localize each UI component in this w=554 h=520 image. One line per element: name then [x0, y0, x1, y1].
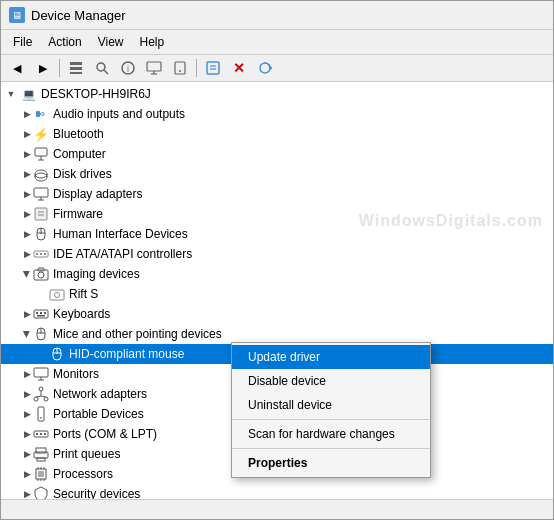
- processors-icon: [33, 466, 49, 482]
- hid-mouse-icon: [49, 346, 65, 362]
- menu-action[interactable]: Action: [40, 32, 89, 52]
- portable-arrow: ▶: [21, 408, 33, 420]
- rifts-arrow: [37, 288, 49, 300]
- toolbar-separator-2: [196, 59, 197, 77]
- svg-rect-44: [36, 312, 38, 314]
- ctx-update-driver[interactable]: Update driver: [232, 345, 430, 369]
- display-arrow: ▶: [21, 188, 33, 200]
- svg-rect-37: [44, 253, 46, 255]
- svg-rect-71: [37, 458, 45, 461]
- tree-item-keyboards[interactable]: ▶ Keyboards: [1, 304, 553, 324]
- security-icon: [33, 486, 49, 499]
- ctx-properties[interactable]: Properties: [232, 451, 430, 475]
- security-arrow: ▶: [21, 488, 33, 499]
- tree-item-root[interactable]: ▼ 💻 DESKTOP-HH9IR6J: [1, 84, 553, 104]
- bluetooth-icon: ⚡: [33, 126, 49, 142]
- svg-line-61: [36, 396, 41, 397]
- svg-rect-0: [70, 62, 82, 65]
- svg-rect-63: [38, 407, 44, 421]
- disk-label: Disk drives: [53, 167, 112, 181]
- svg-point-42: [55, 293, 60, 298]
- device-button[interactable]: [168, 57, 192, 79]
- disk-arrow: ▶: [21, 168, 33, 180]
- tree-item-imaging[interactable]: ▶ Imaging devices: [1, 264, 553, 284]
- device-manager-window: 🖥 Device Manager File Action View Help ◀…: [0, 0, 554, 520]
- firmware-arrow: ▶: [21, 208, 33, 220]
- hid-mouse-arrow: [37, 348, 49, 360]
- ctx-disable-device[interactable]: Disable device: [232, 369, 430, 393]
- root-label: DESKTOP-HH9IR6J: [41, 87, 151, 101]
- tree-item-hid[interactable]: ▶ Human Interface Devices: [1, 224, 553, 244]
- print-arrow: ▶: [21, 448, 33, 460]
- root-arrow: ▼: [5, 88, 17, 100]
- ports-label: Ports (COM & LPT): [53, 427, 157, 441]
- svg-rect-54: [34, 368, 48, 377]
- ctx-uninstall-device[interactable]: Uninstall device: [232, 393, 430, 417]
- rifts-icon: [49, 286, 65, 302]
- tree-item-rifts[interactable]: Rift S: [1, 284, 553, 304]
- network-arrow: ▶: [21, 388, 33, 400]
- svg-point-39: [38, 272, 44, 278]
- tree-item-mice[interactable]: ▶ Mice and other pointing devices: [1, 324, 553, 344]
- portable-label: Portable Devices: [53, 407, 144, 421]
- root-icon: 💻: [21, 86, 37, 102]
- svg-point-3: [97, 63, 105, 71]
- svg-rect-36: [40, 253, 42, 255]
- keyboards-label: Keyboards: [53, 307, 110, 321]
- ctx-scan-hardware[interactable]: Scan for hardware changes: [232, 422, 430, 446]
- forward-button[interactable]: ▶: [31, 57, 55, 79]
- svg-line-62: [41, 396, 46, 397]
- ide-icon: [33, 246, 49, 262]
- monitors-arrow: ▶: [21, 368, 33, 380]
- svg-rect-17: [36, 111, 40, 117]
- info-button[interactable]: i: [116, 57, 140, 79]
- menu-help[interactable]: Help: [132, 32, 173, 52]
- hid-mouse-label: HID-compliant mouse: [69, 347, 184, 361]
- scan-button[interactable]: [253, 57, 277, 79]
- rifts-label: Rift S: [69, 287, 98, 301]
- svg-rect-12: [207, 62, 219, 74]
- print-label: Print queues: [53, 447, 120, 461]
- tree-item-audio[interactable]: ▶ Audio inputs and outputs: [1, 104, 553, 124]
- hid-label: Human Interface Devices: [53, 227, 188, 241]
- keyboards-icon: [33, 306, 49, 322]
- tree-item-disk[interactable]: ▶ Disk drives: [1, 164, 553, 184]
- display-icon: [33, 186, 49, 202]
- view-list-button[interactable]: [64, 57, 88, 79]
- ctx-separator-2: [232, 448, 430, 449]
- hid-icon: [33, 226, 49, 242]
- svg-point-59: [44, 397, 48, 401]
- tree-item-firmware[interactable]: ▶ Firmware: [1, 204, 553, 224]
- menu-file[interactable]: File: [5, 32, 40, 52]
- tree-item-display[interactable]: ▶ Display adapters: [1, 184, 553, 204]
- ports-arrow: ▶: [21, 428, 33, 440]
- disk-icon: [33, 166, 49, 182]
- title-bar: 🖥 Device Manager: [1, 1, 553, 30]
- network-icon: [33, 386, 49, 402]
- tree-item-computer[interactable]: ▶ Computer: [1, 144, 553, 164]
- svg-rect-1: [70, 67, 82, 70]
- tree-item-bluetooth[interactable]: ▶ ⚡ Bluetooth: [1, 124, 553, 144]
- search-button[interactable]: [90, 57, 114, 79]
- back-button[interactable]: ◀: [5, 57, 29, 79]
- menu-view[interactable]: View: [90, 32, 132, 52]
- svg-text:i: i: [127, 64, 129, 74]
- ctx-separator-1: [232, 419, 430, 420]
- bluetooth-label: Bluetooth: [53, 127, 104, 141]
- computer-arrow: ▶: [21, 148, 33, 160]
- ports-icon: [33, 426, 49, 442]
- tree-item-security[interactable]: ▶ Security devices: [1, 484, 553, 499]
- tree-item-ide[interactable]: ▶ IDE ATA/ATAPI controllers: [1, 244, 553, 264]
- svg-point-57: [39, 387, 43, 391]
- monitor-button[interactable]: [142, 57, 166, 79]
- imaging-arrow: ▶: [21, 268, 33, 280]
- svg-point-58: [34, 397, 38, 401]
- delete-button[interactable]: ✕: [227, 57, 251, 79]
- svg-point-11: [179, 70, 181, 72]
- toolbar: ◀ ▶ i ✕: [1, 55, 553, 82]
- firmware-icon: [33, 206, 49, 222]
- properties-button[interactable]: [201, 57, 225, 79]
- toolbar-separator-1: [59, 59, 60, 77]
- app-icon: 🖥: [9, 7, 25, 23]
- svg-rect-45: [40, 312, 42, 314]
